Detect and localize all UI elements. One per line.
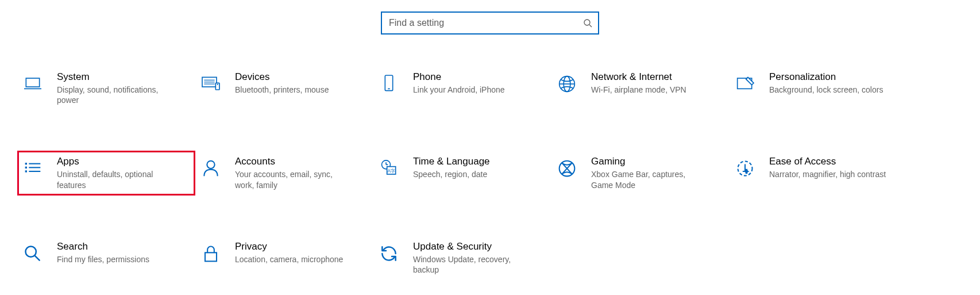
category-text: AppsUninstall, defaults, optional featur… [57, 156, 175, 190]
category-description: Your accounts, email, sync, work, family [235, 169, 353, 190]
category-devices[interactable]: DevicesBluetooth, printers, mouse [195, 66, 373, 110]
category-text: Time & LanguageSpeech, region, date [413, 156, 490, 179]
keyboard-icon [199, 72, 222, 95]
category-personalization[interactable]: PersonalizationBackground, lock screen, … [730, 66, 908, 110]
category-accounts[interactable]: AccountsYour accounts, email, sync, work… [195, 151, 373, 195]
category-description: Link your Android, iPhone [413, 85, 505, 95]
search-input[interactable] [389, 18, 583, 28]
update-icon [377, 242, 400, 265]
category-search[interactable]: SearchFind my files, permissions [17, 236, 195, 280]
category-title: Phone [413, 71, 505, 83]
apps-icon [21, 157, 44, 180]
category-title: Accounts [235, 156, 353, 167]
category-text: PhoneLink your Android, iPhone [413, 71, 505, 95]
personalize-icon [734, 72, 757, 95]
category-description: Find my files, permissions [57, 254, 149, 265]
category-description: Bluetooth, printers, mouse [235, 85, 329, 95]
category-title: Update & Security [413, 241, 531, 252]
settings-grid: SystemDisplay, sound, notifications, pow… [0, 66, 980, 280]
category-ease[interactable]: Ease of AccessNarrator, magnifier, high … [730, 151, 908, 195]
category-text: Network & InternetWi-Fi, airplane mode, … [591, 71, 686, 95]
person-icon [199, 157, 222, 180]
category-text: PersonalizationBackground, lock screen, … [769, 71, 883, 95]
category-text: Ease of AccessNarrator, magnifier, high … [769, 156, 886, 179]
category-network[interactable]: Network & InternetWi-Fi, airplane mode, … [551, 66, 730, 110]
category-title: Time & Language [413, 156, 490, 167]
category-system[interactable]: SystemDisplay, sound, notifications, pow… [17, 66, 195, 110]
time-language-icon [377, 157, 400, 180]
category-description: Location, camera, microphone [235, 254, 343, 265]
category-text: SystemDisplay, sound, notifications, pow… [57, 71, 175, 105]
category-title: Privacy [235, 241, 343, 252]
category-text: AccountsYour accounts, email, sync, work… [235, 156, 353, 190]
category-text: SearchFind my files, permissions [57, 241, 149, 265]
category-text: Update & SecurityWindows Update, recover… [413, 241, 531, 275]
category-description: Speech, region, date [413, 169, 490, 179]
category-description: Windows Update, recovery, backup [413, 254, 531, 275]
lock-icon [199, 242, 222, 265]
category-description: Background, lock screen, colors [769, 85, 883, 95]
category-description: Narrator, magnifier, high contrast [769, 169, 886, 179]
category-description: Display, sound, notifications, power [57, 85, 175, 105]
category-description: Wi-Fi, airplane mode, VPN [591, 85, 686, 95]
laptop-icon [21, 72, 44, 95]
search-cat-icon [21, 242, 44, 265]
category-title: System [57, 71, 175, 83]
category-title: Apps [57, 156, 175, 167]
category-apps[interactable]: AppsUninstall, defaults, optional featur… [17, 151, 195, 195]
search-icon [583, 18, 592, 28]
category-title: Devices [235, 71, 329, 83]
ease-icon [734, 157, 757, 180]
category-title: Ease of Access [769, 156, 886, 167]
category-privacy[interactable]: PrivacyLocation, camera, microphone [195, 236, 373, 280]
search-container [0, 0, 980, 66]
category-description: Xbox Game Bar, captures, Game Mode [591, 169, 709, 190]
globe-icon [555, 72, 578, 95]
category-text: DevicesBluetooth, printers, mouse [235, 71, 329, 95]
category-text: PrivacyLocation, camera, microphone [235, 241, 343, 265]
gaming-icon [555, 157, 578, 180]
category-update[interactable]: Update & SecurityWindows Update, recover… [373, 236, 551, 280]
category-text: GamingXbox Game Bar, captures, Game Mode [591, 156, 709, 190]
category-title: Search [57, 241, 149, 252]
category-description: Uninstall, defaults, optional features [57, 169, 175, 190]
category-title: Network & Internet [591, 71, 686, 83]
category-phone[interactable]: PhoneLink your Android, iPhone [373, 66, 551, 110]
category-title: Personalization [769, 71, 883, 83]
category-gaming[interactable]: GamingXbox Game Bar, captures, Game Mode [551, 151, 730, 195]
category-title: Gaming [591, 156, 709, 167]
category-time[interactable]: Time & LanguageSpeech, region, date [373, 151, 551, 195]
search-box[interactable] [381, 12, 599, 35]
phone-icon [377, 72, 400, 95]
